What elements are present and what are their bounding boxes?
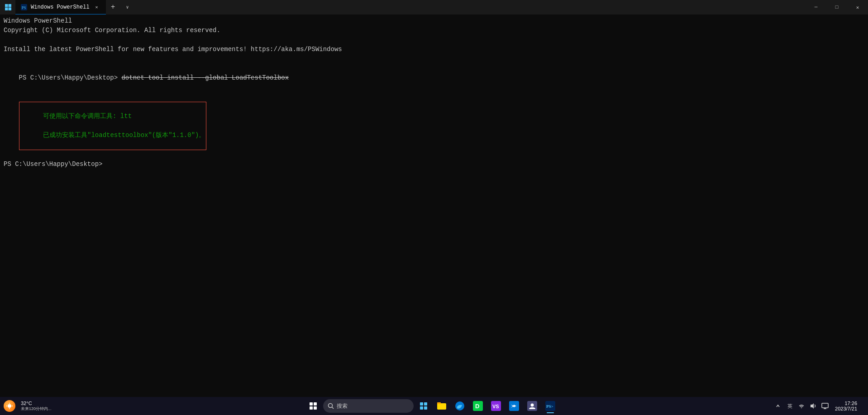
svg-text:VS: VS (492, 404, 499, 409)
clock-time: 17:26 (844, 401, 857, 406)
svg-text:PS>: PS> (546, 404, 553, 409)
tab-dropdown-button[interactable]: ∨ (120, 0, 135, 14)
svg-rect-3 (9, 8, 12, 11)
weather-temperature: 32°C (21, 401, 32, 406)
systray-expand-button[interactable] (773, 401, 783, 411)
window-controls: ─ □ ✕ (806, 0, 868, 14)
svg-rect-1 (9, 4, 12, 7)
tab-area: PS Windows PowerShell ✕ + ∨ (15, 0, 806, 14)
search-icon (328, 403, 334, 409)
taskbar-visual-studio[interactable]: VS (488, 398, 504, 414)
terminal-line-3 (4, 35, 864, 45)
taskbar-edge[interactable] (452, 398, 468, 414)
taskbar-powershell[interactable]: PS> (542, 398, 558, 414)
tab-close-button[interactable]: ✕ (93, 4, 100, 11)
deviantart-icon: D (473, 401, 483, 411)
terminal-line-7: 可使用以下命令调用工具: ltt 已成功安装工具"loadtesttoolbox… (4, 92, 864, 160)
clock-date: 2023/7/21 (835, 406, 857, 411)
terminal-line-5 (4, 54, 864, 64)
new-tab-button[interactable]: + (106, 0, 120, 14)
app-icon (4, 3, 13, 12)
windows-logo-icon (310, 402, 317, 410)
taskview-icon (420, 402, 428, 410)
maximize-button[interactable]: □ (826, 0, 847, 14)
taskbar-teams[interactable] (524, 398, 540, 414)
svg-rect-17 (437, 403, 446, 410)
visual-studio-icon: VS (491, 401, 501, 411)
terminal-line-8-text: 已成功安装工具"loadtesttoolbox"(版本"1.1.0")。 (43, 132, 205, 139)
svg-line-12 (332, 407, 334, 409)
terminal-line-9: PS C:\Users\Happy\Desktop> (4, 160, 864, 169)
svg-rect-15 (420, 406, 423, 410)
svg-rect-30 (822, 403, 828, 408)
svg-rect-18 (437, 402, 441, 404)
language-indicator[interactable]: 英 (784, 401, 795, 411)
terminal-line-2: Copyright (C) Microsoft Corporation. All… (4, 26, 864, 35)
teams-icon (527, 401, 537, 411)
search-box[interactable]: 搜索 (323, 399, 414, 413)
terminal-highlight-box: 可使用以下命令调用工具: ltt 已成功安装工具"loadtesttoolbox… (19, 102, 207, 150)
start-button[interactable] (305, 398, 321, 414)
systray-area: 英 (773, 401, 830, 411)
terminal-content: Windows PowerShell Copyright (C) Microso… (0, 14, 868, 397)
tab-label: Windows PowerShell (31, 4, 90, 10)
powershell-tab-icon: PS (21, 4, 27, 10)
taskbar-left: 32°C 未来120分钟内... (0, 400, 91, 413)
taskview-button[interactable] (415, 398, 432, 414)
taskbar-right: 英 (773, 398, 868, 414)
svg-text:D: D (475, 403, 479, 410)
terminal-line-7-text: 可使用以下命令调用工具: ltt (43, 113, 132, 120)
vscode-icon (509, 401, 519, 411)
language-label: 英 (787, 403, 792, 410)
file-explorer-icon (437, 401, 447, 411)
taskbar: 32°C 未来120分钟内... 搜索 (0, 397, 868, 415)
show-desktop-button[interactable] (862, 398, 864, 414)
taskbar-center: 搜索 (91, 398, 773, 414)
tab-powershell[interactable]: PS Windows PowerShell ✕ (15, 0, 106, 14)
svg-text:PS: PS (22, 5, 26, 10)
terminal-line-4: Install the latest PowerShell for new fe… (4, 45, 864, 54)
minimize-button[interactable]: ─ (806, 0, 826, 14)
terminal-cmd-strikethrough: dotnet tool install --global LoadTestToo… (121, 74, 289, 81)
edge-icon (455, 401, 465, 411)
svg-rect-2 (5, 8, 8, 11)
terminal-line-1: Windows PowerShell (4, 16, 864, 26)
svg-rect-14 (424, 402, 427, 406)
weather-description: 未来120分钟内... (21, 406, 52, 412)
svg-rect-13 (420, 402, 423, 406)
titlebar: PS Windows PowerShell ✕ + ∨ ─ □ ✕ (0, 0, 868, 14)
weather-widget[interactable]: 32°C 未来120分钟内... (4, 400, 55, 413)
monitor-icon (821, 402, 829, 410)
speaker-icon (810, 402, 817, 410)
network-icon[interactable] (796, 401, 807, 411)
svg-point-26 (530, 404, 534, 407)
taskbar-deviantart[interactable]: D (470, 398, 486, 414)
search-label: 搜索 (337, 402, 348, 410)
terminal-line-6: PS C:\Users\Happy\Desktop> dotnet tool i… (4, 64, 864, 92)
weather-info: 32°C 未来120分钟内... (17, 400, 55, 413)
powershell-taskbar-icon: PS> (545, 401, 555, 411)
chevron-up-icon (776, 404, 780, 408)
svg-rect-0 (5, 4, 8, 7)
weather-icon (4, 400, 15, 412)
svg-point-11 (328, 404, 332, 408)
svg-point-6 (8, 404, 11, 408)
svg-marker-29 (811, 403, 814, 409)
taskbar-file-explorer[interactable] (434, 398, 450, 414)
terminal-prompt-1: PS C:\Users\Happy\Desktop> (19, 74, 122, 81)
wifi-icon (798, 402, 805, 410)
volume-icon[interactable] (808, 401, 819, 411)
close-button[interactable]: ✕ (847, 0, 868, 14)
sun-icon (6, 402, 13, 410)
display-icon[interactable] (820, 401, 830, 411)
taskbar-vscode[interactable] (506, 398, 522, 414)
svg-rect-16 (424, 406, 427, 410)
system-clock[interactable]: 17:26 2023/7/21 (832, 401, 860, 411)
